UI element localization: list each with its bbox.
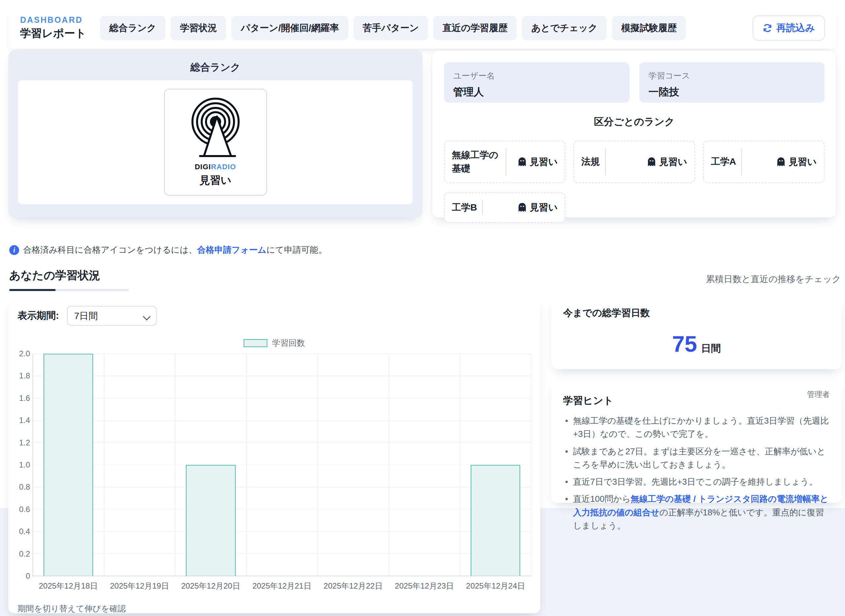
brand-radio: RADIO: [211, 163, 236, 171]
study-status-subtitle: 累積日数と直近の推移をチェック: [706, 273, 841, 285]
plot-column: [247, 354, 318, 576]
category-label: 無線工学の基礎: [452, 148, 500, 175]
study-status-section-head: あなたの学習状況: [9, 268, 129, 291]
reload-label: 再読込み: [776, 22, 815, 35]
period-select-wrap: 7日間: [67, 306, 157, 326]
reload-button[interactable]: 再読込み: [752, 16, 825, 41]
category-rank-box-4: 工学B 見習い: [444, 192, 566, 223]
ghost-rank-icon: [518, 157, 526, 167]
nav-button-7[interactable]: 模擬試験履歴: [612, 16, 686, 40]
total-days-card: 今までの総学習日数 75 日間: [551, 296, 842, 369]
nav-button-1[interactable]: 総合ランク: [100, 16, 165, 40]
hint-list: 無線工学の基礎を仕上げにかかりましょう。直近3日学習（先週比+3日）なので、この…: [563, 414, 830, 532]
y-tick: 1.8: [19, 371, 30, 380]
y-tick: 1.0: [19, 460, 30, 469]
ghost-rank-icon: [518, 202, 526, 213]
y-axis: 2.01.81.61.41.21.00.80.60.40.20: [18, 354, 33, 576]
hint-text: 直近100問から: [573, 494, 631, 504]
legend-label: 学習回数: [272, 337, 305, 348]
category-rank: 見習い: [518, 201, 558, 214]
plot-column: [104, 354, 176, 576]
total-days-unit: 日間: [701, 342, 721, 355]
profile-info-grid: ユーザー名 管理人 学習コース 一陸技: [444, 62, 824, 103]
rank-badge: DIGIRADIO 見習い: [164, 89, 267, 196]
nav-button-6[interactable]: あとでチェック: [522, 16, 607, 40]
hint-title: 学習ヒント: [563, 394, 613, 408]
user-name-value: 管理人: [453, 85, 620, 99]
nav-button-4[interactable]: 苦手パターン: [354, 16, 428, 40]
category-rank-box-2: 法規 見習い: [573, 141, 695, 183]
y-tick: 0: [26, 572, 30, 581]
x-axis-labels: 2025年12月18日2025年12月19日2025年12月20日2025年12…: [33, 581, 531, 591]
plot-column: [389, 354, 460, 576]
period-select[interactable]: 7日間: [67, 306, 157, 326]
y-tick: 0.2: [19, 549, 30, 559]
user-name-box: ユーザー名 管理人: [444, 62, 629, 103]
study-hints-card: 学習ヒント 管理者 無線工学の基礎を仕上げにかかりましょう。直近3日学習（先週比…: [551, 380, 842, 503]
hint-item-2: 試験まであと27日。まずは主要区分を一巡させ、正解率が低いところを早めに洗い出し…: [563, 445, 830, 471]
brand-digi: DIGI: [195, 163, 211, 171]
page-title: 学習レポート: [20, 26, 86, 41]
period-label: 表示期間:: [18, 309, 59, 322]
category-rank: 見習い: [777, 156, 817, 168]
ghost-rank-icon: [647, 157, 656, 167]
refresh-icon: [763, 23, 772, 33]
brand-wordmark: DIGIRADIO: [170, 163, 261, 171]
y-tick: 0.4: [19, 527, 30, 536]
plot-area: [33, 354, 531, 576]
category-divider: [482, 200, 483, 215]
notice-prefix: 合格済み科目に合格アイコンをつけるには、: [23, 245, 197, 255]
total-days-value-row: 75 日間: [563, 331, 830, 357]
hint-item-1: 無線工学の基礎を仕上げにかかりましょう。直近3日学習（先週比+3日）なので、この…: [563, 414, 830, 441]
course-value: 一陸技: [649, 85, 816, 99]
profile-card: ユーザー名 管理人 学習コース 一陸技 区分ごとのランク 無線工学の基礎 見習い…: [432, 50, 837, 218]
header-nav: 総合ランク学習状況パターン/開催回/網羅率苦手パターン直近の学習履歴あとでチェッ…: [100, 16, 686, 40]
plot-column: [460, 354, 531, 576]
course-box: 学習コース 一陸技: [639, 62, 825, 103]
category-rank-title: 区分ごとのランク: [444, 115, 824, 129]
section-underline: [9, 289, 129, 291]
header-title-block: DASHBOARD 学習レポート: [20, 15, 86, 41]
total-days-title: 今までの総学習日数: [563, 307, 830, 320]
x-label: 2025年12月20日: [175, 581, 246, 591]
hint-header: 学習ヒント 管理者: [563, 389, 830, 408]
category-rank: 見習い: [647, 156, 687, 168]
pass-icon-notice: i 合格済み科目に合格アイコンをつけるには、合格申請フォームにて申請可能。: [9, 244, 327, 256]
y-tick: 0.6: [19, 505, 30, 514]
pass-application-form-link[interactable]: 合格申請フォーム: [197, 245, 266, 255]
category-rank-box-3: 工学A 見習い: [703, 141, 824, 183]
y-tick: 0.8: [19, 483, 30, 491]
bar-2025年12月18日: [44, 354, 93, 576]
y-tick: 1.4: [19, 416, 30, 425]
bar-2025年12月20日: [186, 465, 235, 576]
chart-footer-note: 期間を切り替えて伸びを確認: [18, 603, 531, 614]
ghost-rank-icon: [777, 157, 785, 167]
user-name-label: ユーザー名: [453, 70, 620, 81]
plot-column: [317, 354, 389, 576]
hint-item-3: 直近7日で3日学習。先週比+3日でこの調子を維持しましょう。: [563, 475, 830, 488]
category-divider: [506, 148, 506, 175]
nav-button-5[interactable]: 直近の学習履歴: [434, 16, 517, 40]
x-label: 2025年12月21日: [246, 581, 317, 591]
info-icon: i: [9, 245, 19, 255]
category-rank-label: 見習い: [530, 201, 558, 214]
category-label: 工学A: [711, 155, 736, 169]
category-label: 工学B: [452, 201, 477, 214]
course-label: 学習コース: [649, 70, 816, 81]
notice-text: 合格済み科目に合格アイコンをつけるには、合格申請フォームにて申請可能。: [23, 244, 327, 256]
bar-chart: 2.01.81.61.41.21.00.80.60.40.20: [18, 354, 531, 576]
overall-rank-value: 見習い: [170, 173, 261, 188]
plot-column: [33, 354, 104, 576]
y-tick: 1.2: [19, 438, 30, 447]
nav-button-3[interactable]: パターン/開催回/網羅率: [231, 16, 348, 40]
hint-item-4: 直近100問から無線工学の基礎 / トランジスタ回路の電流増幅率と入力抵抗の値の…: [563, 492, 830, 532]
category-rank: 見習い: [518, 156, 558, 168]
plot-column: [175, 354, 247, 576]
category-divider: [605, 148, 606, 175]
dashboard-eyebrow: DASHBOARD: [20, 15, 86, 25]
nav-button-2[interactable]: 学習状況: [170, 16, 226, 40]
header: DASHBOARD 学習レポート 総合ランク学習状況パターン/開催回/網羅率苦手…: [8, 7, 837, 49]
total-days-value: 75: [672, 331, 697, 357]
category-divider: [741, 148, 742, 175]
y-tick: 1.6: [19, 394, 30, 403]
